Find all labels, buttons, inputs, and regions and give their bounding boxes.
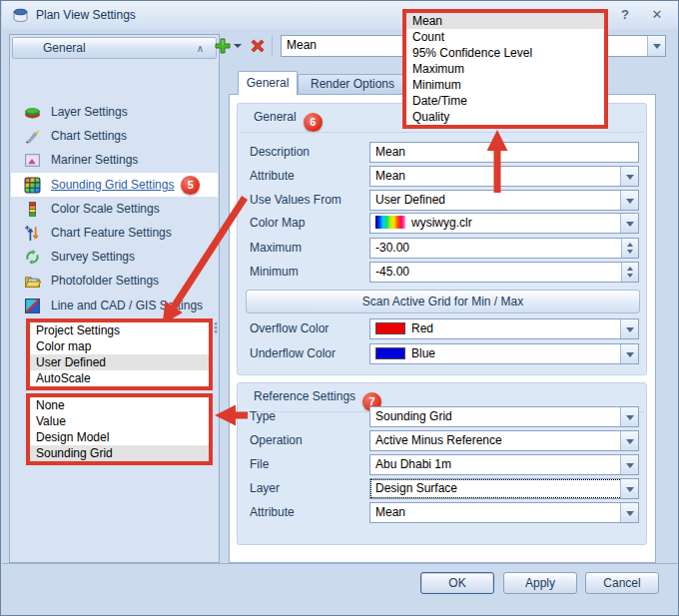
operation-label: Operation xyxy=(250,430,303,451)
reference-attribute-label: Attribute xyxy=(250,502,295,523)
attribute-label: Attribute xyxy=(250,166,295,187)
sidebar-item-mariner-settings[interactable]: Mariner Settings xyxy=(11,148,218,172)
list-item: Count xyxy=(406,29,604,45)
sidebar-group-header[interactable]: General ∧ xyxy=(12,37,217,59)
plan-view-settings-dialog: Plan View Settings ? ✕ General ∧ Layer S… xyxy=(0,0,679,616)
survey-icon xyxy=(24,249,41,266)
cad-gis-icon xyxy=(24,298,41,314)
list-item: Date/Time xyxy=(406,93,604,109)
dropdown-button[interactable] xyxy=(620,214,638,233)
list-item: Sounding Grid xyxy=(30,445,209,461)
sidebar-item-label: Chart Feature Settings xyxy=(51,226,172,240)
help-icon[interactable]: ? xyxy=(616,6,634,24)
photofolder-icon xyxy=(24,273,41,290)
sidebar-item-label: Chart Settings xyxy=(51,129,127,143)
spin-buttons[interactable] xyxy=(621,239,638,258)
overflow-color-combo[interactable]: Red xyxy=(369,318,639,339)
color-map-combo[interactable]: wysiwyg.clr xyxy=(369,213,639,234)
layer-combo[interactable]: Design Surface xyxy=(369,478,639,499)
file-label: File xyxy=(250,454,269,475)
use-values-from-label: Use Values From xyxy=(250,190,341,211)
sidebar-item-label: Mariner Settings xyxy=(51,153,138,167)
sidebar-item-line-cad-gis-settings[interactable]: Line and CAD / GIS Settings xyxy=(11,294,218,317)
delete-attribute-button[interactable] xyxy=(249,37,267,55)
dropdown-button[interactable] xyxy=(620,407,638,426)
annotation-badge-5: 5 xyxy=(181,176,200,195)
window-title: Plan View Settings xyxy=(36,8,136,22)
ok-button[interactable]: OK xyxy=(420,572,494,594)
dropdown-button[interactable] xyxy=(620,479,638,498)
dropdown-button[interactable] xyxy=(620,191,638,210)
sidebar-item-label: Layer Settings xyxy=(51,105,128,119)
collapse-chevron-icon: ∧ xyxy=(197,38,204,60)
attribute-selector-value: Mean xyxy=(287,38,317,52)
dropdown-button[interactable] xyxy=(620,455,638,474)
add-attribute-button[interactable] xyxy=(214,37,232,55)
list-item: AutoScale xyxy=(30,370,209,386)
sidebar-header-label: General xyxy=(43,41,86,55)
tab-general[interactable]: General xyxy=(238,71,298,95)
underflow-color-combo[interactable]: Blue xyxy=(369,343,639,364)
group-divider xyxy=(240,132,644,133)
dropdown-button[interactable] xyxy=(620,431,638,450)
sidebar-item-survey-settings[interactable]: Survey Settings xyxy=(11,245,218,269)
list-item: None xyxy=(30,397,209,413)
list-item: Quality xyxy=(406,109,604,125)
sidebar-item-label: Color Scale Settings xyxy=(51,202,160,216)
type-options-annotation-box: None Value Design Model Sounding Grid xyxy=(26,393,213,465)
sidebar-item-color-scale-settings[interactable]: Color Scale Settings xyxy=(11,197,218,221)
attribute-selector-dropdown-button[interactable] xyxy=(647,36,665,56)
sidebar-item-label: Line and CAD / GIS Settings xyxy=(51,299,203,312)
spin-buttons[interactable] xyxy=(621,263,638,282)
type-label: Type xyxy=(250,406,276,427)
sidebar-item-photofolder-settings[interactable]: Photofolder Settings xyxy=(11,269,218,293)
add-dropdown-caret-icon[interactable] xyxy=(234,44,242,48)
scan-active-grid-button[interactable]: Scan Active Grid for Min / Max xyxy=(246,290,640,313)
sidebar-item-sounding-grid-settings[interactable]: Sounding Grid Settings 5 xyxy=(11,173,218,197)
apply-button[interactable]: Apply xyxy=(503,572,577,594)
reference-attribute-combo[interactable]: Mean xyxy=(369,502,639,523)
maximum-spinner[interactable]: -30.00 xyxy=(369,238,639,259)
tab-render-options[interactable]: Render Options xyxy=(298,74,407,95)
list-item: Maximum xyxy=(406,61,604,77)
list-item: Color map xyxy=(30,338,209,354)
dropdown-button[interactable] xyxy=(620,167,638,186)
dropdown-button[interactable] xyxy=(620,344,638,363)
annotation-badge-6: 6 xyxy=(304,113,323,132)
colormap-swatch xyxy=(375,216,405,229)
dropdown-button[interactable] xyxy=(620,503,638,522)
sidebar-item-chart-feature-settings[interactable]: Chart Feature Settings xyxy=(11,221,218,245)
list-item: Project Settings xyxy=(30,322,209,338)
pen-icon xyxy=(24,128,41,145)
red-swatch xyxy=(375,322,405,334)
reference-settings-group: Reference Settings7 Type Sounding Grid O… xyxy=(237,382,647,545)
use-values-options-annotation-box: Project Settings Color map User Defined … xyxy=(26,318,213,390)
list-item: Minimum xyxy=(406,77,604,93)
operation-combo[interactable]: Active Minus Reference xyxy=(369,430,639,451)
maximum-label: Maximum xyxy=(250,238,302,259)
list-item: Value xyxy=(30,413,209,429)
description-input[interactable]: Mean xyxy=(369,142,639,163)
picture-icon xyxy=(24,152,41,169)
sidebar-item-layer-settings[interactable]: Layer Settings xyxy=(11,100,218,124)
settings-sidebar: General ∧ Layer Settings Chart Settings … xyxy=(9,34,220,563)
blue-swatch xyxy=(375,347,405,359)
use-values-from-combo[interactable]: User Defined xyxy=(369,190,639,211)
chart-feature-icon xyxy=(24,225,41,242)
description-label: Description xyxy=(250,142,310,163)
file-combo[interactable]: Abu Dhabi 1m xyxy=(369,454,639,475)
type-combo[interactable]: Sounding Grid xyxy=(369,406,639,427)
layer-label: Layer xyxy=(250,478,280,499)
cancel-button[interactable]: Cancel xyxy=(585,572,659,594)
sidebar-item-label: Survey Settings xyxy=(51,250,135,264)
toolbar-separator xyxy=(272,35,273,57)
close-icon[interactable]: ✕ xyxy=(648,6,666,24)
attribute-options-annotation-box: Mean Count 95% Confidence Level Maximum … xyxy=(402,9,608,129)
color-map-label: Color Map xyxy=(250,213,305,234)
dropdown-button[interactable] xyxy=(620,319,638,338)
list-item: Design Model xyxy=(30,429,209,445)
general-group: General6 Description Mean Attribute Mean… xyxy=(237,103,647,375)
minimum-spinner[interactable]: -45.00 xyxy=(369,262,639,283)
attribute-combo[interactable]: Mean xyxy=(369,166,639,187)
sidebar-item-chart-settings[interactable]: Chart Settings xyxy=(11,124,218,148)
